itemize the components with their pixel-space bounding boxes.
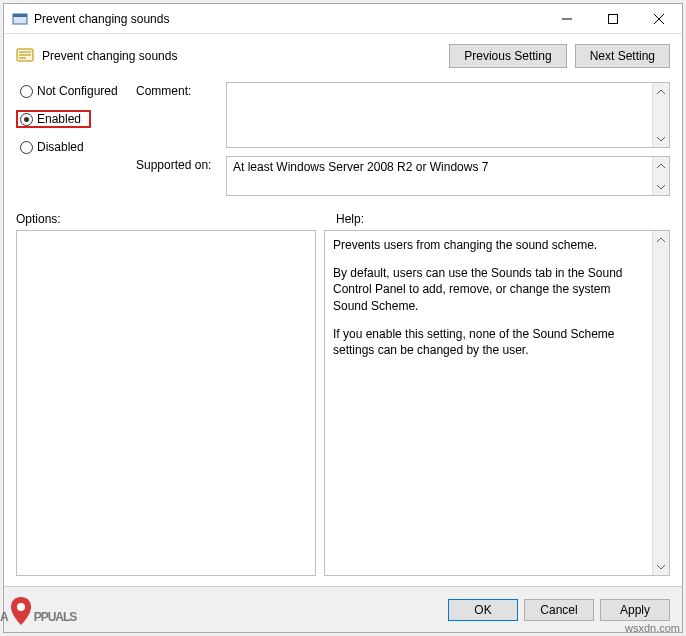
help-label: Help:	[336, 212, 364, 226]
radio-label: Disabled	[37, 140, 84, 154]
options-content	[17, 231, 315, 575]
help-panel: Prevents users from changing the sound s…	[324, 230, 670, 576]
radio-icon	[20, 141, 33, 154]
radio-icon	[20, 85, 33, 98]
pin-icon	[8, 595, 34, 630]
radio-icon	[20, 113, 33, 126]
window-title: Prevent changing sounds	[34, 12, 544, 26]
options-panel	[16, 230, 316, 576]
ok-button[interactable]: OK	[448, 599, 518, 621]
radio-label: Enabled	[37, 112, 81, 126]
svg-rect-1	[13, 14, 27, 17]
policy-editor-window: Prevent changing sounds Pre	[3, 3, 683, 633]
cancel-button[interactable]: Cancel	[524, 599, 594, 621]
radio-label: Not Configured	[37, 84, 118, 98]
supported-value: At least Windows Server 2008 R2 or Windo…	[227, 157, 652, 195]
maximize-button[interactable]	[590, 4, 636, 34]
content-area: Prevent changing sounds Previous Setting…	[4, 34, 682, 586]
policy-title: Prevent changing sounds	[42, 49, 449, 63]
apply-button[interactable]: Apply	[600, 599, 670, 621]
svg-point-10	[17, 603, 25, 611]
footer: OK Cancel Apply	[4, 586, 682, 632]
scroll-up-icon[interactable]	[653, 231, 669, 248]
app-icon	[12, 11, 28, 27]
next-setting-button[interactable]: Next Setting	[575, 44, 670, 68]
scroll-down-icon[interactable]	[653, 178, 669, 195]
scroll-down-icon[interactable]	[653, 558, 669, 575]
comment-value	[227, 83, 652, 147]
supported-label: Supported on:	[136, 156, 226, 196]
help-paragraph: By default, users can use the Sounds tab…	[333, 265, 644, 314]
help-paragraph: If you enable this setting, none of the …	[333, 326, 644, 358]
help-paragraph: Prevents users from changing the sound s…	[333, 237, 644, 253]
options-label: Options:	[16, 212, 336, 226]
radio-enabled[interactable]: Enabled	[16, 110, 91, 128]
scroll-down-icon[interactable]	[653, 130, 669, 147]
help-text: Prevents users from changing the sound s…	[325, 231, 652, 575]
window-controls	[544, 4, 682, 34]
config-row: Not Configured Enabled Disabled Comment:	[16, 82, 670, 196]
watermark-site: wsxdn.com	[625, 622, 680, 634]
titlebar: Prevent changing sounds	[4, 4, 682, 34]
watermark-brand: A PPUALS	[0, 592, 76, 630]
previous-setting-button[interactable]: Previous Setting	[449, 44, 566, 68]
comment-field[interactable]	[226, 82, 670, 148]
svg-rect-3	[609, 14, 618, 23]
supported-field: At least Windows Server 2008 R2 or Windo…	[226, 156, 670, 196]
header-row: Prevent changing sounds Previous Setting…	[16, 44, 670, 68]
scroll-up-icon[interactable]	[653, 157, 669, 174]
scroll-up-icon[interactable]	[653, 83, 669, 100]
help-scrollbar[interactable]	[652, 231, 669, 575]
comment-label: Comment:	[136, 82, 226, 148]
supported-scrollbar[interactable]	[652, 157, 669, 195]
comment-scrollbar[interactable]	[652, 83, 669, 147]
policy-icon	[16, 47, 34, 65]
radio-disabled[interactable]: Disabled	[16, 138, 136, 156]
state-radio-group: Not Configured Enabled Disabled	[16, 82, 136, 196]
close-button[interactable]	[636, 4, 682, 34]
radio-not-configured[interactable]: Not Configured	[16, 82, 136, 100]
minimize-button[interactable]	[544, 4, 590, 34]
